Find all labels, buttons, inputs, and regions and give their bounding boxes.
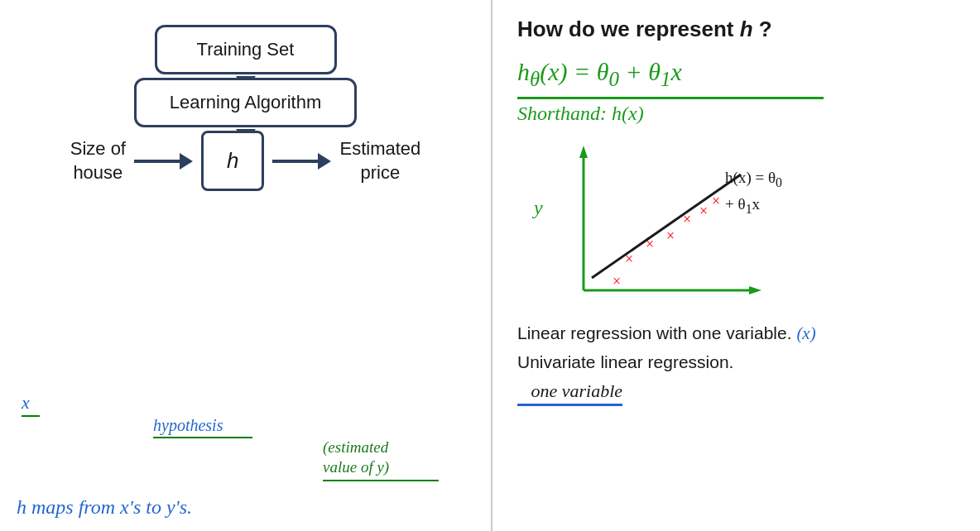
label-hypothesis: hypothesis: [153, 416, 252, 438]
title-question: ?: [753, 17, 772, 41]
arrow-head-right-1: [180, 153, 193, 170]
svg-line-4: [592, 175, 741, 278]
one-variable-container: one variable: [517, 380, 955, 406]
training-set-label: Training Set: [197, 39, 295, 60]
svg-text:×: ×: [699, 203, 708, 219]
svg-text:×: ×: [666, 227, 675, 244]
flowchart: Training Set Learning Algorithm Size ofh: [17, 25, 474, 191]
right-title: How do we represent h ?: [517, 17, 955, 42]
bottom-text: Linear regression with one variable. (x)…: [517, 319, 955, 376]
arrow-line-h-2: [272, 160, 318, 163]
label-maps: h maps from x's to y's.: [17, 496, 192, 519]
svg-text:×: ×: [712, 193, 720, 209]
linear-regression-text: Linear regression with one variable.: [517, 323, 792, 342]
formula-line1: hθ(x) = θ0 + θ1x: [517, 55, 955, 93]
main-container: Training Set Learning Algorithm Size ofh: [0, 0, 980, 531]
arrow-right-1: [134, 153, 193, 170]
title-h: h: [740, 17, 753, 41]
learning-algo-label: Learning Algorithm: [170, 92, 321, 112]
svg-text:×: ×: [612, 273, 621, 289]
arrow-line-h-1: [134, 160, 180, 163]
estimated-price-label: Estimatedprice: [339, 137, 420, 184]
title-text: How do we represent: [517, 17, 740, 41]
svg-text:×: ×: [683, 211, 691, 227]
learning-algo-box: Learning Algorithm: [134, 78, 357, 127]
graph-note: h(x) = θ0+ θ1x: [725, 166, 782, 218]
formula-underline: [517, 97, 824, 99]
inline-x: (x): [796, 323, 815, 343]
svg-text:×: ×: [646, 236, 654, 252]
training-set-box: Training Set: [155, 25, 337, 74]
right-panel: How do we represent h ? hθ(x) = θ0 + θ1x…: [492, 0, 980, 531]
univariate-text: Univariate linear regression.: [517, 352, 733, 371]
one-variable-label: one variable: [517, 380, 622, 406]
h-label: h: [227, 148, 238, 173]
svg-text:×: ×: [625, 251, 633, 267]
bottom-row: Size ofhouse h Estimated: [70, 131, 421, 191]
left-panel: Training Set Learning Algorithm Size ofh: [0, 0, 492, 531]
size-of-house-label: Size ofhouse: [70, 137, 126, 184]
label-estimated-value: (estimatedvalue of y): [323, 438, 439, 481]
svg-marker-1: [579, 146, 588, 158]
arrow-head-right-2: [318, 153, 331, 170]
graph-area: y × × × × ×: [517, 141, 782, 307]
label-x: x: [22, 392, 40, 417]
arrow-right-2: [272, 153, 331, 170]
h-box: h: [201, 131, 264, 191]
shorthand-label: Shorthand: h(x): [517, 103, 955, 125]
graph-y-label: y: [534, 197, 543, 219]
svg-marker-3: [749, 286, 761, 294]
